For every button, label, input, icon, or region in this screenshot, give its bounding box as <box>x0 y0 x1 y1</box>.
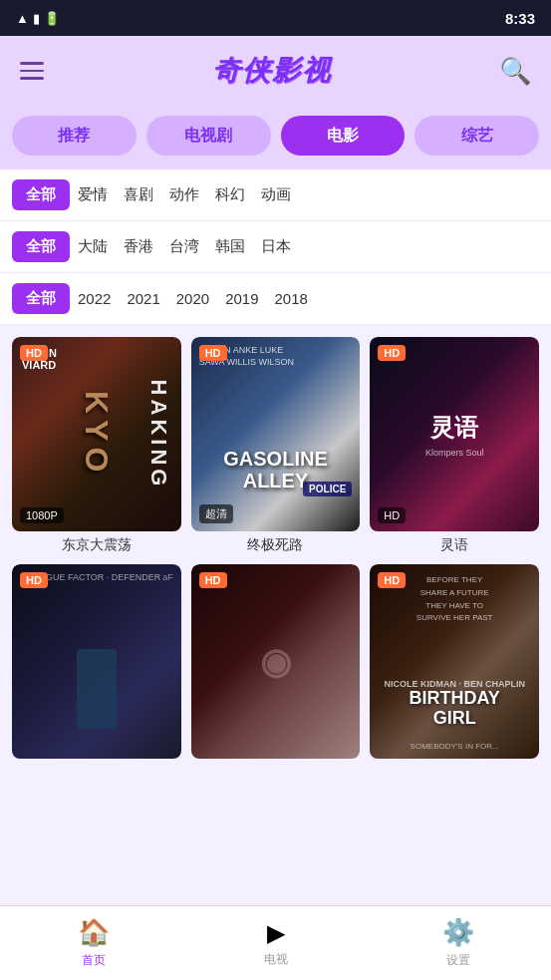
quality-badge-1: 1080P <box>20 507 64 523</box>
genre-item-comedy[interactable]: 喜剧 <box>124 185 153 204</box>
genre-item-animation[interactable]: 动画 <box>261 185 291 204</box>
movie-poster-6: HD BEFORE THEYSHARE A FUTURETHEY HAVE TO… <box>370 564 539 759</box>
bottom-nav-settings[interactable]: ⚙️ 设置 <box>442 917 474 969</box>
bottom-nav-tv[interactable]: ▶ 电视 <box>264 919 288 968</box>
main-content: 全部 爱情 喜剧 动作 科幻 动画 全部 大陆 香港 台湾 韩国 日本 全部 <box>0 169 551 850</box>
movie-card-5[interactable]: HD ◉ <box>191 564 361 764</box>
genre-item-scifi[interactable]: 科幻 <box>215 185 245 204</box>
year-2018[interactable]: 2018 <box>275 290 308 307</box>
hd-badge-3: HD <box>378 345 406 361</box>
menu-button[interactable] <box>20 62 44 80</box>
year-2020[interactable]: 2020 <box>176 290 209 307</box>
hd-badge-5: HD <box>199 572 227 588</box>
poster-6-title: NICOLE KIDMAN · BEN CHAPLIN BIRTHDAYGIRL <box>370 679 539 729</box>
year-filter-items: 2022 2021 2020 2019 2018 <box>78 290 308 307</box>
movie-card-6[interactable]: HD BEFORE THEYSHARE A FUTURETHEY HAVE TO… <box>370 564 539 764</box>
region-hongkong[interactable]: 香港 <box>124 237 153 256</box>
hd-badge-1: HD <box>20 345 48 361</box>
poster-6-title-text: BIRTHDAYGIRL <box>370 689 539 729</box>
movie-poster-2: HD DEVON ANKE LUKESAWA WILLIS WILSON GAS… <box>191 337 361 531</box>
movie-poster-1: HD KARINVIARD KYO HAKING 1080P <box>12 337 181 531</box>
quality-badge-3: HD <box>378 507 406 523</box>
poster-haking: HAKING <box>145 379 171 490</box>
settings-icon: ⚙️ <box>442 917 474 948</box>
region-taiwan[interactable]: 台湾 <box>169 237 199 256</box>
region-all-button[interactable]: 全部 <box>12 231 70 262</box>
year-2021[interactable]: 2021 <box>127 290 159 307</box>
year-all-button[interactable]: 全部 <box>12 283 70 314</box>
region-korea[interactable]: 韩国 <box>215 237 245 256</box>
police-badge: POLICE <box>303 482 352 496</box>
bottom-nav-home[interactable]: 🏠 首页 <box>78 917 110 969</box>
status-time: 8:33 <box>505 10 535 27</box>
movie-title-2: 终极死路 <box>191 536 361 554</box>
region-filter-row: 全部 大陆 香港 台湾 韩国 日本 <box>0 221 551 273</box>
movie-poster-4: HD ROGUE FACTOR · DEFENDER aF <box>12 564 181 759</box>
poster-text-3: 灵语 Klompers Soul <box>370 337 539 531</box>
movie-grid: HD KARINVIARD KYO HAKING 1080P 东京大震荡 HD … <box>0 325 551 776</box>
poster-text-4: ROGUE FACTOR · DEFENDER <box>12 564 181 759</box>
movie-card-4[interactable]: HD ROGUE FACTOR · DEFENDER aF <box>12 564 181 764</box>
movie-poster-3: HD 灵语 Klompers Soul HD <box>370 337 539 531</box>
genre-item-action[interactable]: 动作 <box>169 185 199 204</box>
home-icon: 🏠 <box>78 917 110 948</box>
movie-card-3[interactable]: HD 灵语 Klompers Soul HD 灵语 <box>370 337 539 554</box>
genre-filter-items: 爱情 喜剧 动作 科幻 动画 <box>78 185 291 204</box>
poster-text-1: KARINVIARD KYO HAKING <box>12 337 181 531</box>
battery-icon: 🔋 <box>44 11 60 26</box>
tv-icon: ▶ <box>267 919 285 947</box>
poster-lingyu-sub: Klompers Soul <box>425 448 484 458</box>
filter-section: 全部 爱情 喜剧 动作 科幻 动画 全部 大陆 香港 台湾 韩国 日本 全部 <box>0 169 551 325</box>
app-header: 奇侠影视 🔍 <box>0 36 551 106</box>
bottom-nav: 🏠 首页 ▶ 电视 ⚙️ 设置 <box>0 905 551 980</box>
hd-badge-2: HD <box>199 345 227 361</box>
tab-tv[interactable]: 电视剧 <box>146 116 271 156</box>
poster-kyo-text: KYO <box>78 391 115 478</box>
status-bar: ▲ ▮ 🔋 8:33 <box>0 0 551 36</box>
status-icons: ▲ ▮ 🔋 <box>16 11 60 26</box>
tab-recommend[interactable]: 推荐 <box>12 116 137 156</box>
poster-lingyu-title: 灵语 <box>430 412 478 444</box>
hd-badge-4: HD <box>20 572 48 588</box>
movie-title-1: 东京大震荡 <box>12 536 181 554</box>
genre-all-button[interactable]: 全部 <box>12 179 70 210</box>
quality-badge-2: 超清 <box>199 504 233 523</box>
poster-6-tagline: SOMEBODY'S IN FOR... <box>370 742 539 751</box>
genre-item-love[interactable]: 爱情 <box>78 185 108 204</box>
region-filter-items: 大陆 香港 台湾 韩国 日本 <box>78 237 291 256</box>
search-button[interactable]: 🔍 <box>499 56 531 87</box>
movie-card-2[interactable]: HD DEVON ANKE LUKESAWA WILLIS WILSON GAS… <box>191 337 361 554</box>
tv-label: 电视 <box>264 951 288 968</box>
movie-poster-5: HD ◉ <box>191 564 361 759</box>
tab-variety[interactable]: 综艺 <box>414 116 539 156</box>
movie-title-3: 灵语 <box>370 536 539 554</box>
poster-text-6: BEFORE THEYSHARE A FUTURETHEY HAVE TOSUR… <box>370 564 539 759</box>
region-mainland[interactable]: 大陆 <box>78 237 108 256</box>
app-title: 奇侠影视 <box>212 52 332 90</box>
region-japan[interactable]: 日本 <box>261 237 291 256</box>
poster-4-figure <box>12 649 181 729</box>
movie-card-1[interactable]: HD KARINVIARD KYO HAKING 1080P 东京大震荡 <box>12 337 181 554</box>
year-filter-row: 全部 2022 2021 2020 2019 2018 <box>0 273 551 325</box>
settings-label: 设置 <box>446 952 470 969</box>
hd-badge-6: HD <box>378 572 406 588</box>
tab-movie[interactable]: 电影 <box>281 116 406 156</box>
home-label: 首页 <box>82 952 106 969</box>
year-2022[interactable]: 2022 <box>78 290 111 307</box>
poster-5-face: ◉ <box>260 641 291 683</box>
signal-icon: ▮ <box>33 11 40 26</box>
year-2019[interactable]: 2019 <box>225 290 258 307</box>
nav-tabs: 推荐 电视剧 电影 综艺 <box>0 106 551 169</box>
poster-text-2: DEVON ANKE LUKESAWA WILLIS WILSON GASOLI… <box>191 337 361 531</box>
wifi-icon: ▲ <box>16 11 29 26</box>
genre-filter-row: 全部 爱情 喜剧 动作 科幻 动画 <box>0 169 551 221</box>
poster-text-5: ◉ <box>191 564 361 759</box>
